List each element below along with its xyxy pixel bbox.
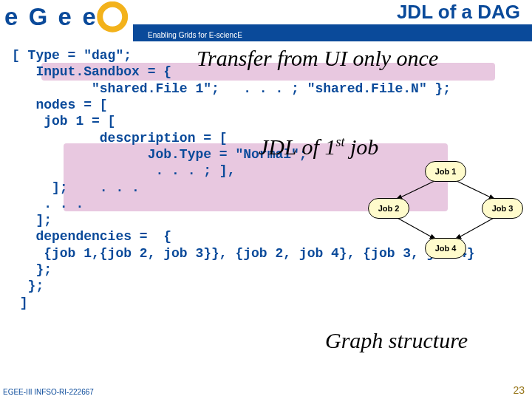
graph-node-job3: Job 3 [482,198,523,219]
code-line: ] [12,295,525,311]
svg-line-8 [455,217,495,239]
tagline-bar: Enabling Grids for E-sciencE [133,28,532,41]
header: e G e e JDL of a DAG Enabling Grids for … [0,0,532,41]
footer-left: EGEE-III INFSO-RI-222667 [3,388,94,396]
callout-jdl-prefix: JDL of 1 [259,134,335,159]
graph-node-job4: Job 4 [425,238,466,259]
graph-node-job1: Job 1 [425,161,466,182]
slide: e G e e JDL of a DAG Enabling Grids for … [0,0,532,399]
egee-logo-icon: e G e e [4,1,130,41]
slide-title: JDL of a DAG [397,1,520,24]
callout-transfer: Transfer from UI only once [197,46,438,71]
code-line: "shared.File 1"; . . . ; "shared.File.N"… [12,81,525,97]
dag-graph: Job 1 Job 2 Job 3 Job 4 [368,161,523,272]
graph-node-job2: Job 2 [368,198,409,219]
svg-point-0 [100,4,125,30]
svg-line-7 [396,217,436,239]
callout-jdl-suffix: job [344,134,378,159]
svg-text:e: e [4,3,18,30]
svg-line-6 [455,180,495,200]
svg-line-5 [396,180,436,200]
callout-jdl-super: st [335,134,344,149]
title-bar: JDL of a DAG [133,0,532,28]
svg-text:e: e [82,3,95,30]
callout-graph: Graph structure [325,328,468,353]
svg-text:G: G [29,3,48,30]
code-line: nodes = [ [12,97,525,113]
callout-jdl: JDL of 1st job [259,134,378,160]
egee-logo: e G e e [4,1,145,43]
svg-text:e: e [58,3,72,30]
page-number: 23 [513,384,525,396]
tagline: Enabling Grids for E-sciencE [148,31,242,39]
code-line: job 1 = [ [12,113,525,129]
code-line: }; [12,278,525,294]
